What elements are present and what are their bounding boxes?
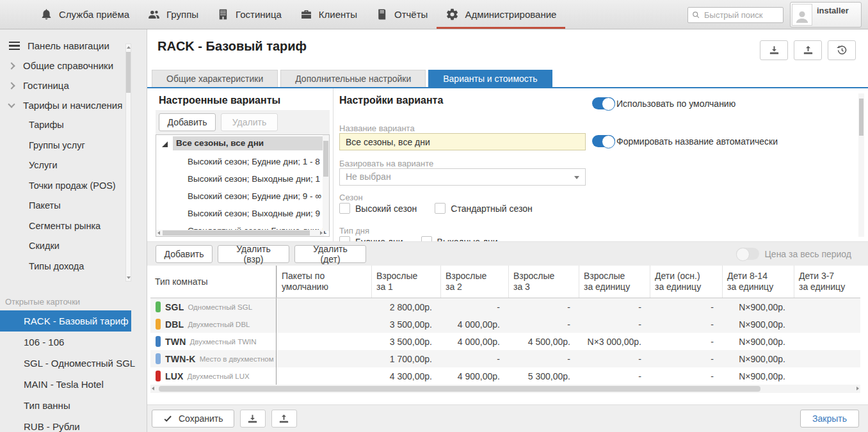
cell-adults-2[interactable]: -	[440, 302, 508, 312]
season-high-checkbox[interactable]: Высокий сезон	[339, 203, 417, 214]
price-remove-adult-button[interactable]: Удалить (взр)	[218, 245, 289, 263]
variant-name-input[interactable]	[339, 133, 586, 150]
cell-adults-2[interactable]: 4 000,00р.	[440, 337, 508, 347]
export-button[interactable]	[760, 40, 788, 60]
nav-administration[interactable]: Администрирование	[437, 0, 565, 29]
cell-children-main[interactable]: -	[650, 337, 722, 347]
tab-general[interactable]: Общие характеристики	[152, 70, 278, 88]
nav-reports[interactable]: Отчёты	[366, 0, 437, 29]
sidebar-item-hotel[interactable]: Гостиница	[0, 76, 147, 95]
cell-children-main[interactable]: -	[650, 354, 722, 364]
tab-variants-and-price[interactable]: Варианты и стоимость	[428, 70, 552, 88]
cell-children-8-14[interactable]: N×900,00р.	[722, 354, 794, 364]
cell-children-8-14[interactable]: N×900,00р.	[722, 337, 794, 347]
tree-vertical-scrollbar[interactable]	[323, 135, 329, 231]
sidebar-item-common-directories[interactable]: Общие справочники	[0, 56, 147, 76]
scrollbar-thumb[interactable]	[126, 52, 131, 93]
scroll-up-arrow-icon[interactable]	[127, 46, 131, 49]
sidebar-item-service-groups[interactable]: Группы услуг	[0, 136, 147, 156]
scrollbar-thumb[interactable]	[159, 386, 760, 392]
nav-front-desk[interactable]: Служба приёма	[31, 0, 138, 29]
cell-adults-3[interactable]: 4 500,00р.	[508, 337, 579, 347]
auto-name-toggle[interactable]	[592, 135, 615, 147]
cell-adults-3[interactable]: -	[508, 319, 579, 330]
table-row-lux[interactable]: LUXДвухместный LUX 4 300,00р. 4 900,00р.…	[150, 367, 860, 385]
footer-export-button[interactable]	[240, 410, 266, 428]
cell-children-main[interactable]: -	[650, 302, 722, 312]
open-card-bath-type[interactable]: Тип ванны	[0, 395, 147, 416]
open-card-sgl[interactable]: SGL - Одноместный SGL	[0, 353, 147, 374]
variant-add-button[interactable]: Добавить	[159, 113, 216, 131]
nav-hotel[interactable]: Гостиница	[207, 0, 291, 29]
table-row-twn-k[interactable]: TWN-KМесто в двухместном TWIN 1 700,00р.…	[150, 350, 860, 367]
sidebar-item-tariffs-group[interactable]: Тарифы и начисления	[0, 95, 147, 115]
scroll-left-arrow-icon[interactable]	[152, 387, 154, 390]
tree-expand-icon[interactable]	[162, 141, 168, 147]
nav-clients[interactable]: Клиенты	[291, 0, 366, 29]
open-card-room-106[interactable]: 106 - 106	[0, 332, 147, 353]
table-row-dbl[interactable]: DBLДвухместный DBL 3 500,00р. 4 000,00р.…	[150, 316, 860, 333]
cell-adults-1[interactable]: 4 300,00р.	[371, 371, 440, 381]
open-card-rack-tariff[interactable]: RACK - Базовый тариф	[0, 310, 131, 332]
checkbox-icon[interactable]	[339, 236, 350, 241]
scrollbar-thumb[interactable]	[323, 141, 328, 177]
tree-node-variant[interactable]: Высокий сезон; Выходные дни; 9 - ∞	[156, 205, 329, 222]
cell-adults-unit[interactable]: -	[579, 354, 650, 364]
scroll-right-arrow-icon[interactable]	[320, 231, 323, 235]
checkbox-icon[interactable]	[421, 236, 432, 241]
sidebar-item-pos[interactable]: Точки продаж (POS)	[0, 176, 147, 196]
tree-horizontal-scrollbar[interactable]	[156, 230, 324, 236]
scroll-left-arrow-icon[interactable]	[157, 231, 160, 235]
history-button[interactable]	[828, 40, 856, 60]
checkbox-icon[interactable]	[435, 203, 446, 214]
sidebar-item-market-segments[interactable]: Сегменты рынка	[0, 216, 147, 237]
daytype-weekdays-checkbox[interactable]: Будние дни	[339, 236, 403, 241]
cell-children-main[interactable]: -	[650, 371, 722, 381]
tree-node-variant[interactable]: Высокий сезон; Будние дни; 1 - 8	[156, 153, 329, 170]
scroll-right-arrow-icon[interactable]	[856, 387, 859, 390]
sidebar-item-navigation-panel[interactable]: Панель навигации	[0, 36, 147, 56]
open-card-main-hotel[interactable]: MAIN - Tesla Hotel	[0, 374, 147, 395]
cell-adults-1[interactable]: 3 500,00р.	[371, 319, 440, 330]
cell-adults-1[interactable]: 1 700,00р.	[371, 354, 440, 364]
open-card-rub[interactable]: RUB - Рубли	[0, 416, 147, 432]
scroll-down-arrow-icon[interactable]	[127, 276, 131, 279]
nav-groups[interactable]: Группы	[138, 0, 207, 29]
price-add-button[interactable]: Добавить	[156, 245, 213, 263]
cell-children-8-14[interactable]: N×900,00р.	[722, 319, 794, 330]
tree-node-root[interactable]: Все сезоны, все дни	[156, 136, 329, 153]
tree-node-variant[interactable]: Высокий сезон; Будние дни; 9 - ∞	[156, 188, 329, 205]
cell-children-8-14[interactable]: N×900,00р.	[722, 302, 794, 312]
season-standard-checkbox[interactable]: Стандартный сезон	[435, 203, 533, 214]
sidebar-scrollbar[interactable]	[125, 44, 131, 282]
table-row-sgl[interactable]: SGLОдноместный SGL 2 800,00р. - - - - N×…	[150, 298, 860, 316]
checkbox-icon[interactable]	[339, 203, 350, 214]
sidebar-item-tariffs[interactable]: Тарифы	[0, 115, 147, 136]
table-row-twn[interactable]: TWNДвухместный TWIN 3 500,00р. 4 000,00р…	[150, 333, 860, 350]
cell-adults-3[interactable]: 5 300,00р.	[508, 371, 579, 381]
settings-scrollbar[interactable]	[858, 93, 864, 237]
cell-adults-2[interactable]: 4 000,00р.	[440, 319, 508, 330]
user-menu[interactable]: installer	[790, 2, 862, 28]
cell-adults-unit[interactable]: N×3 000,00р.	[579, 337, 650, 347]
use-default-toggle[interactable]	[592, 97, 615, 109]
cell-adults-1[interactable]: 3 500,00р.	[371, 337, 440, 347]
cell-adults-unit[interactable]: -	[579, 371, 650, 381]
scrollbar-thumb[interactable]	[859, 99, 864, 136]
cell-adults-2[interactable]: 4 900,00р.	[440, 371, 508, 381]
close-button[interactable]: Закрыть	[800, 410, 859, 428]
footer-import-button[interactable]	[271, 410, 297, 428]
scrollbar-thumb[interactable]	[163, 230, 310, 236]
tab-additional-settings[interactable]: Дополнительные настройки	[280, 70, 426, 88]
table-horizontal-scrollbar[interactable]	[150, 385, 860, 393]
cell-adults-unit[interactable]: -	[579, 319, 650, 330]
cell-adults-1[interactable]: 2 800,00р.	[371, 302, 440, 312]
sidebar-item-packages[interactable]: Пакеты	[0, 196, 147, 216]
base-variant-select[interactable]: Не выбран	[339, 168, 586, 186]
cell-adults-3[interactable]: -	[508, 302, 579, 312]
daytype-weekends-checkbox[interactable]: Выходные дни	[421, 236, 498, 241]
variant-delete-button[interactable]: Удалить	[221, 113, 278, 131]
cell-children-8-14[interactable]: N×900,00р.	[722, 371, 794, 381]
search-input[interactable]	[688, 8, 783, 22]
sidebar-item-discounts[interactable]: Скидки	[0, 236, 147, 257]
